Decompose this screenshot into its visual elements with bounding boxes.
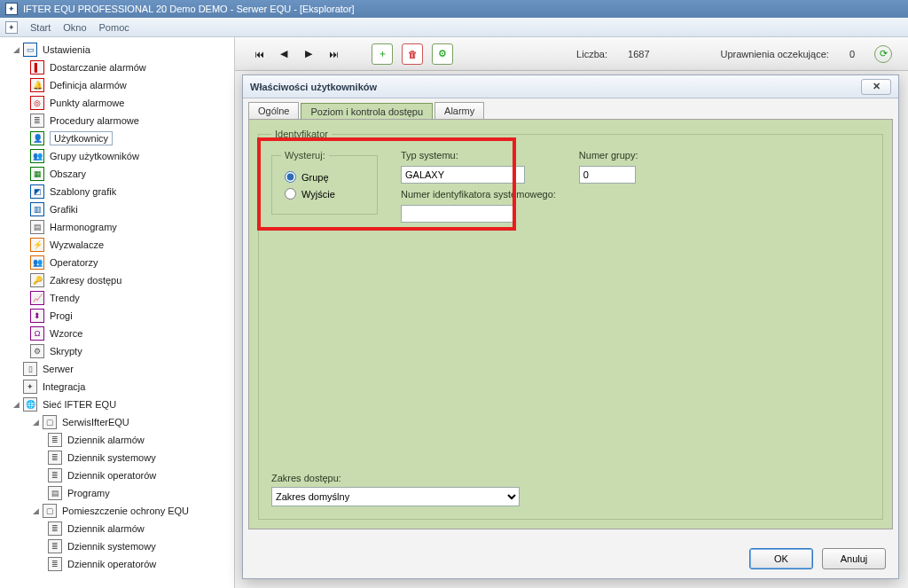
add-button[interactable]: ＋ xyxy=(372,43,393,65)
radio-grupe[interactable]: Grupę xyxy=(285,171,368,183)
tree-item[interactable]: ≣Dziennik alarmów xyxy=(0,431,234,449)
tree-item[interactable]: ▤Harmonogramy xyxy=(0,218,234,236)
tree-item[interactable]: ▥Grafiki xyxy=(0,200,234,218)
tree-integracja[interactable]: ✦Integracja xyxy=(0,378,234,396)
net-icon: 🌐 xyxy=(23,397,37,412)
wysteruj-group: Wysteruj: Grupę Wyjście xyxy=(271,150,378,215)
tree-pomieszczenie[interactable]: ◢▢Pomieszczenie ochrony EQU xyxy=(0,502,234,520)
host-icon: ▢ xyxy=(43,415,57,429)
area-icon: ▦ xyxy=(30,167,44,181)
menu-start[interactable]: Start xyxy=(30,22,51,33)
radio-grupe-label: Grupę xyxy=(301,172,329,183)
properties-title: Właściwości użytkowników xyxy=(250,82,377,92)
tabs: Ogólne Poziom i kontrola dostępu Alarmy xyxy=(243,98,898,119)
delete-button[interactable]: 🗑 xyxy=(402,43,423,65)
properties-titlebar: Właściwości użytkowników ✕ xyxy=(243,75,898,98)
tree-ustawienia[interactable]: ◢▭Ustawienia xyxy=(0,41,234,59)
template-icon: ◩ xyxy=(30,184,44,199)
identyfikator-group: Identyfikator Wysteruj: Grupę Wyjście xyxy=(258,129,883,520)
tree-item[interactable]: 👥Operatorzy xyxy=(0,254,234,271)
threshold-icon: ⬍ xyxy=(30,309,44,323)
tree-item[interactable]: ≣Dziennik operatorów xyxy=(0,555,234,573)
tree-serwer[interactable]: ▯Serwer xyxy=(0,360,234,378)
first-record-button[interactable]: ⏮ xyxy=(251,46,267,62)
tree-item[interactable]: 🔑Zakresy dostępu xyxy=(0,271,234,289)
identyfikator-legend: Identyfikator xyxy=(271,129,332,139)
tree-item[interactable]: ≣Dziennik alarmów xyxy=(0,520,234,537)
operators-icon: 👥 xyxy=(30,255,44,270)
collapse-icon[interactable]: ◢ xyxy=(30,417,41,427)
tree-item[interactable]: ▌Dostarczanie alarmów xyxy=(0,59,234,76)
permissions-label: Uprawnienia oczekujące: xyxy=(721,49,829,59)
radio-wyjscie-input[interactable] xyxy=(285,188,296,200)
tab-panel: Identyfikator Wysteruj: Grupę Wyjście xyxy=(248,119,893,529)
log-icon: ≣ xyxy=(48,433,62,447)
tree-item[interactable]: 🔔Definicja alarmów xyxy=(0,76,234,94)
tree-item-users[interactable]: 👤Użytkownicy xyxy=(0,129,234,147)
tree-item[interactable]: ≣Dziennik systemowy xyxy=(0,449,234,466)
collapse-icon[interactable]: ◢ xyxy=(11,44,21,55)
cancel-button[interactable]: Anuluj xyxy=(822,548,886,569)
tab-poziom[interactable]: Poziom i kontrola dostępu xyxy=(301,103,433,120)
numer-grupy-input[interactable] xyxy=(579,166,636,184)
schedule-icon: ▤ xyxy=(30,220,44,234)
radio-wyjscie-label: Wyjście xyxy=(301,189,335,200)
collapse-icon[interactable]: ◢ xyxy=(11,399,21,410)
settings-icon: ▭ xyxy=(23,43,37,57)
log-icon: ≣ xyxy=(48,557,62,571)
tree-item[interactable]: ΩWzorce xyxy=(0,325,234,342)
tree-item[interactable]: ≣Procedury alarmowe xyxy=(0,112,234,129)
pattern-icon: Ω xyxy=(30,326,44,341)
prev-record-button[interactable]: ◀ xyxy=(276,46,292,62)
typ-label: Typ systemu: xyxy=(401,150,556,161)
log-icon: ≣ xyxy=(48,521,62,536)
wysteruj-legend: Wysteruj: xyxy=(281,150,329,161)
trigger-icon: ⚡ xyxy=(30,238,44,252)
permissions-value: 0 xyxy=(849,49,855,59)
script-icon: ⚙ xyxy=(30,344,44,358)
access-icon: 🔑 xyxy=(30,273,44,287)
zakres-select[interactable]: Zakres domyślny xyxy=(271,487,520,506)
menu-okno[interactable]: Okno xyxy=(63,22,86,33)
tab-ogolne[interactable]: Ogólne xyxy=(248,102,299,119)
tree-item[interactable]: ◎Punkty alarmowe xyxy=(0,94,234,112)
tree-item[interactable]: 👥Grupy użytkowników xyxy=(0,147,234,165)
server-icon: ▯ xyxy=(23,362,37,376)
zakres-label: Zakres dostępu: xyxy=(271,473,520,483)
tree-item[interactable]: ⚙Skrypty xyxy=(0,342,234,360)
tree-item[interactable]: ⬍Progi xyxy=(0,307,234,325)
tree-item[interactable]: ◩Szablony grafik xyxy=(0,183,234,200)
numer-id-input[interactable] xyxy=(401,205,516,223)
collapse-icon[interactable]: ◢ xyxy=(30,506,41,516)
numer-grupy-label: Numer grupy: xyxy=(579,150,638,161)
settings-button[interactable]: ⚙ xyxy=(432,43,453,65)
host-icon: ▢ xyxy=(43,504,57,518)
sidebar-tree[interactable]: ◢▭Ustawienia ▌Dostarczanie alarmów 🔔Defi… xyxy=(0,37,235,588)
graphics-icon: ▥ xyxy=(30,202,44,216)
tree-serwis[interactable]: ◢▢SerwisIfterEQU xyxy=(0,413,234,431)
tree-siec[interactable]: ◢🌐Sieć IFTER EQU xyxy=(0,396,234,413)
next-record-button[interactable]: ▶ xyxy=(301,46,317,62)
count-value: 1687 xyxy=(628,49,649,59)
tree-item[interactable]: 📈Trendy xyxy=(0,289,234,307)
window-titlebar: ✦ IFTER EQU PROFESSIONAL 20 Demo DEMO - … xyxy=(0,0,908,18)
tree-item[interactable]: ≣Dziennik systemowy xyxy=(0,537,234,555)
close-button[interactable]: ✕ xyxy=(861,79,891,95)
radio-wyjscie[interactable]: Wyjście xyxy=(285,188,368,200)
tree-item[interactable]: ≣Dziennik operatorów xyxy=(0,466,234,484)
tree-item[interactable]: ⚡Wyzwalacze xyxy=(0,236,234,254)
tree-item[interactable]: ▤Programy xyxy=(0,484,234,502)
refresh-button[interactable]: ⟳ xyxy=(874,45,892,63)
radio-grupe-input[interactable] xyxy=(285,171,296,183)
tab-alarmy[interactable]: Alarmy xyxy=(434,102,484,119)
log-icon: ≣ xyxy=(48,539,62,553)
log-icon: ≣ xyxy=(48,451,62,465)
alarm-def-icon: 🔔 xyxy=(30,78,44,92)
programs-icon: ▤ xyxy=(48,486,62,500)
last-record-button[interactable]: ⏭ xyxy=(325,46,341,62)
ok-button[interactable]: OK xyxy=(749,548,813,569)
procedures-icon: ≣ xyxy=(30,114,44,128)
menu-pomoc[interactable]: Pomoc xyxy=(99,22,129,33)
tree-item[interactable]: ▦Obszary xyxy=(0,165,234,183)
typ-input[interactable] xyxy=(401,166,525,184)
